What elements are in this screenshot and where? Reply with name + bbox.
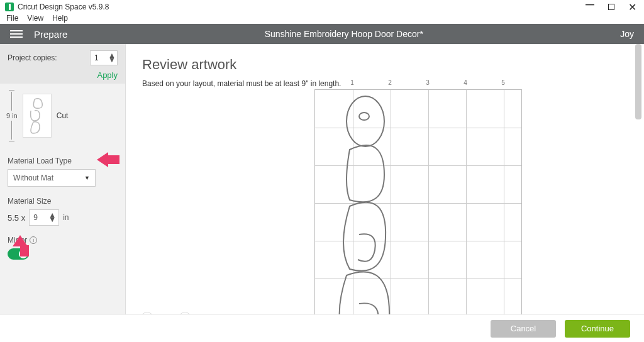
- project-copies-value: 1: [94, 53, 99, 62]
- project-title: Sunshine Embroidery Hoop Door Decor*: [67, 29, 620, 39]
- machine-name[interactable]: Joy: [620, 29, 634, 39]
- operation-label: Cut: [57, 111, 69, 120]
- main-panel: Review artwork Based on your layout, mat…: [126, 44, 644, 341]
- window-maximize-button[interactable]: [608, 4, 614, 10]
- artboard-container: 1 2 3 4 5 1 2 3 4 5 6 7: [314, 79, 625, 341]
- footer: Cancel Continue: [0, 314, 644, 342]
- ruler-tick: 3: [426, 79, 430, 86]
- scrollbar-vertical[interactable]: [634, 44, 643, 341]
- menu-help[interactable]: Help: [52, 14, 68, 23]
- project-copies-label: Project copies:: [8, 53, 57, 62]
- step-title: Prepare: [34, 29, 67, 40]
- stepper-down-icon[interactable]: ▼: [108, 58, 116, 62]
- ruler-tick: 1: [350, 79, 354, 86]
- project-copies-input[interactable]: 1 ▲ ▼: [90, 50, 118, 65]
- app-header: Prepare Sunshine Embroidery Hoop Door De…: [0, 24, 644, 44]
- chevron-down-icon: ▼: [84, 175, 90, 181]
- window-minimize-button[interactable]: —: [586, 0, 594, 9]
- svg-point-0: [347, 96, 384, 146]
- artwork-preview: [315, 90, 523, 341]
- app-title: Cricut Design Space v5.9.8: [18, 3, 109, 11]
- sidebar: Project copies: 1 ▲ ▼ Apply 9 in: [0, 44, 126, 341]
- info-icon[interactable]: i: [30, 236, 37, 244]
- material-size-unit: in: [63, 213, 69, 222]
- material-load-type-value: Without Mat: [13, 174, 53, 182]
- cancel-button[interactable]: Cancel: [491, 320, 556, 338]
- review-heading: Review artwork: [142, 57, 628, 73]
- mat-thumbnail-row[interactable]: 9 in Cut: [0, 84, 125, 152]
- material-load-type-dropdown[interactable]: Without Mat ▼: [8, 169, 96, 187]
- stepper-down-icon[interactable]: ▼: [48, 218, 56, 222]
- material-length-input[interactable]: 9 ▲ ▼: [29, 209, 59, 226]
- mat-height-indicator: 9 in: [6, 90, 18, 141]
- app-logo: [5, 3, 14, 11]
- ruler-tick: 5: [501, 79, 505, 86]
- artboard[interactable]: [314, 89, 522, 341]
- hamburger-menu-icon[interactable]: [10, 28, 23, 40]
- mat-thumbnail[interactable]: [23, 94, 52, 138]
- scrollbar-thumb[interactable]: [635, 44, 641, 119]
- continue-button[interactable]: Continue: [565, 320, 630, 338]
- mat-height-label: 9 in: [6, 112, 18, 119]
- material-size-label: Material Size: [8, 197, 118, 206]
- apply-button[interactable]: Apply: [8, 70, 118, 80]
- window-close-button[interactable]: ✕: [628, 1, 636, 13]
- ruler-tick: 2: [388, 79, 392, 86]
- ruler-horizontal: 1 2 3 4 5: [314, 79, 625, 89]
- menu-view[interactable]: View: [27, 14, 43, 23]
- svg-point-1: [359, 113, 369, 120]
- menubar: File View Help: [0, 13, 644, 24]
- ruler-tick: 4: [464, 79, 467, 86]
- window-titlebar: Cricut Design Space v5.9.8 — ✕: [0, 0, 644, 13]
- material-width-value: 5.5 x: [8, 213, 25, 223]
- menu-file[interactable]: File: [6, 14, 18, 23]
- material-length-value: 9: [33, 213, 38, 222]
